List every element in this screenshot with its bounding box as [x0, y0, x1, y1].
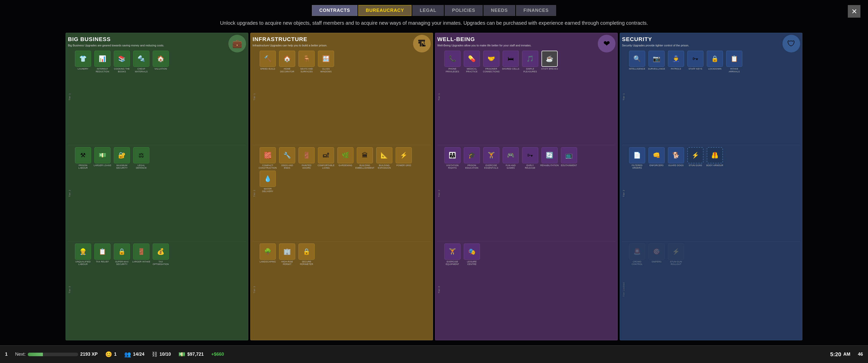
upgrade-tax-optimisation[interactable]: 💰 TAX OPTIMISATION: [152, 243, 170, 266]
stun-guns-icon: ⚡: [687, 147, 704, 163]
upgrade-power-grid[interactable]: ⚡ POWER GRID: [395, 147, 413, 169]
upgrade-maximum-security[interactable]: 🔐 MAXIMUM SECURITY: [113, 147, 131, 169]
upgrade-cooking-books[interactable]: 📚 COOKING THE BOOKS: [113, 51, 131, 73]
panel-big-business-title: BIG BUSINESS: [68, 36, 164, 43]
xp-display: Next: 2193 XP: [15, 352, 98, 357]
high-rise-label: HIGH-RISE PERMIT: [278, 260, 296, 266]
upgrade-water-delivery[interactable]: 💧 WATER DELIVERY: [259, 171, 277, 193]
tier3-items: 👷 UNQUALIFIED LABOUR 📋 TAX RELIEF 🔒 SUPE…: [74, 243, 170, 335]
seats-surfaces-icon: 🪑: [299, 51, 315, 67]
visitation-rights-label: VISITATION RIGHTS: [443, 164, 462, 169]
upgrade-surveillance[interactable]: 📷 SURVEILLANCE: [648, 51, 665, 73]
tax-opt-label: TAX OPTIMISATION: [152, 260, 170, 266]
upgrade-building-expansion[interactable]: 📐 BUILDING EXPANSION: [375, 147, 393, 169]
upgrade-leisure-centre[interactable]: 🎭 LEISURE CENTRE: [463, 243, 481, 266]
tab-policies[interactable]: POLICIES: [444, 5, 483, 16]
body-armour-label: BODY ARMOUR: [707, 164, 723, 167]
shared-cells-icon: 🛏: [503, 51, 519, 67]
tab-needs[interactable]: NEEDS: [484, 5, 515, 16]
upgrade-glass-windows[interactable]: 🪟 GLASS WINDOWS: [317, 51, 335, 73]
upgrade-tax-relief[interactable]: 📋 TAX RELIEF: [93, 243, 112, 266]
security-content: Tier 1 🔍 INTELLIGENCE 📷 SURVEILLANCE 👮 P…: [622, 49, 800, 337]
upgrade-compact-construction[interactable]: 🧱 COMPACT CONSTRUCTION: [259, 147, 277, 169]
upgrade-lockdown[interactable]: 🔒 LOCKDOWN: [706, 51, 724, 73]
panel-well-being: WELL-BEING Well-Being Upgrades allow you…: [435, 33, 618, 340]
upgrade-prisoner-connections[interactable]: 🤝 PRISONER CONNECTIONS: [482, 51, 500, 73]
upgrade-simple-pleasures[interactable]: 🎵 SIMPLE PLEASURES: [521, 51, 539, 73]
upgrade-larger-intake[interactable]: 🚪 LARGER INTAKE: [132, 243, 150, 266]
infra-sep1: [253, 145, 431, 145]
upgrade-edutainment[interactable]: 📺 EDUTAINMENT: [560, 147, 578, 169]
upgrade-exercise-equipment[interactable]: 🏋 EXERCISE EQUIPMENT: [443, 243, 462, 266]
upgrade-valuation[interactable]: 🏠 VALUATION: [152, 51, 170, 73]
upgrade-rehabilitation[interactable]: 🔄 REHABILITATION: [540, 147, 559, 169]
upgrade-high-rise-permit[interactable]: 🏢 HIGH-RISE PERMIT: [278, 243, 296, 266]
upgrade-guard-dogs[interactable]: 🐕 GUARD DOGS: [667, 147, 685, 169]
tab-bureaucracy[interactable]: BUREAUCRACY: [358, 5, 411, 16]
upgrade-patrols[interactable]: 👮 PATROLS: [667, 51, 685, 73]
upgrade-odds-ends[interactable]: 🔧 ODDS AND ENDS: [278, 147, 296, 169]
upgrade-speed-build[interactable]: 🔨 SPEED BUILD: [259, 51, 277, 73]
prisoner-connections-label: PRISONER CONNECTIONS: [482, 68, 500, 73]
upgrade-interest-reduction[interactable]: 📊 INTEREST REDUCTION: [93, 51, 112, 73]
prisoner-icon: ⛓: [152, 351, 157, 358]
upgrade-intake-arrivals[interactable]: 📋 INTAKE ARRIVALS: [725, 51, 743, 73]
upgrade-cheap-materials[interactable]: 🔩 CHEAP MATERIALS: [132, 51, 150, 73]
building-embellishment-icon: 🏛: [357, 147, 373, 163]
painted-doors-icon: 🚪: [299, 147, 315, 163]
tab-legal[interactable]: LEGAL: [412, 5, 443, 16]
upgrade-fun-games[interactable]: 🎮 FUN AND GAMES: [502, 147, 520, 169]
water-delivery-icon: 💧: [260, 171, 276, 187]
upgrade-prison-labour[interactable]: ⚒ PRISON LABOUR: [74, 147, 92, 169]
upgrade-phone-privileges[interactable]: 📞 PHONE PRIVILEGES: [443, 51, 462, 73]
upgrade-staff-breaks[interactable]: ☕ STAFF BREAKS: [540, 51, 559, 73]
upgrade-crowd-control[interactable]: 🚨 CROWD CONTROL: [628, 243, 646, 266]
next-label: Next:: [15, 352, 26, 357]
upgrade-legal-defence[interactable]: ⚖ LEGAL DEFENCE: [132, 147, 150, 169]
high-rise-icon: 🏢: [279, 243, 295, 260]
upgrade-medical-practice[interactable]: 💊 MEDICAL PRACTICE: [463, 51, 481, 73]
painted-doors-label: PAINTED DOORS: [298, 164, 316, 169]
tab-contracts[interactable]: CONTRACTS: [312, 5, 357, 16]
fun-games-icon: 🎮: [503, 147, 519, 163]
upgrade-prison-education[interactable]: 🎓 PRISON EDUCATION: [463, 147, 481, 169]
wb-tier1: Tier 1 📞 PHONE PRIVILEGES 💊 MEDICAL PRAC…: [437, 49, 615, 144]
upgrade-gardening[interactable]: 🌿 GARDENING: [336, 147, 354, 169]
upgrade-stun-guns[interactable]: ⚡ STUN GUNS: [686, 147, 705, 169]
upgrade-home-decorator[interactable]: 🏠 HOME DECORATOR: [278, 51, 296, 73]
speed-build-icon: 🔨: [260, 51, 276, 67]
upgrade-stun-gun-rollout[interactable]: ⚡ STUN-GUN ROLLOUT: [667, 243, 685, 266]
upgrade-body-armour[interactable]: 🦺 BODY ARMOUR: [706, 147, 724, 169]
seats-surfaces-label: SEATS AND SURFACES: [298, 68, 316, 73]
upgrade-snipers[interactable]: 🎯 SNIPERS: [648, 243, 665, 266]
happiness-display: 😊 1: [105, 351, 117, 358]
upgrade-shared-cells[interactable]: 🛏 SHARED CELLS: [502, 51, 520, 73]
panel-infrastructure: INFRASTRUCTURE Infrastructure Upgrades c…: [250, 33, 433, 340]
upgrade-filtered-orders[interactable]: 📄 FILTERED ORDERS: [628, 147, 646, 169]
ampm-value: AM: [843, 352, 850, 357]
upgrade-painted-doors[interactable]: 🚪 PAINTED DOORS: [298, 147, 316, 169]
upgrade-unqualified-labour[interactable]: 👷 UNQUALIFIED LABOUR: [74, 243, 92, 266]
upgrade-exercise-essentials[interactable]: 🏋 EXERCISE ESSENTIALS: [482, 147, 500, 169]
tab-finances[interactable]: FINANCES: [516, 5, 556, 16]
sep2: [68, 241, 246, 241]
upgrade-super-max-security[interactable]: 🔒 SUPER-MAX SECURITY: [113, 243, 131, 266]
upgrade-visitation-rights[interactable]: 👨‍👩‍👧 VISITATION RIGHTS: [443, 147, 462, 169]
upgrade-building-embellishment[interactable]: 🏛 BUILDING EMBELLISHMENT: [356, 147, 374, 169]
sec-tier1: Tier 1 🔍 INTELLIGENCE 📷 SURVEILLANCE 👮 P…: [622, 49, 800, 144]
money-display: 💵 $97,721: [178, 351, 204, 358]
upgrade-seats-surfaces[interactable]: 🪑 SEATS AND SURFACES: [298, 51, 316, 73]
close-button[interactable]: ✕: [848, 5, 861, 18]
upgrade-staff-keys[interactable]: 🗝 STAFF KEYS: [686, 51, 705, 73]
upgrade-secure-perimeter[interactable]: 🔒 SECURE PERIMETER: [298, 243, 316, 266]
upgrade-intelligence[interactable]: 🔍 INTELLIGENCE: [628, 51, 646, 73]
wb-tier2-label: Tier 2: [438, 147, 442, 239]
infra-tier3: Tier 3 🌳 LANDSCAPING 🏢 HIGH-RISE PERMIT …: [253, 242, 431, 337]
upgrade-landscaping[interactable]: 🌳 LANDSCAPING: [259, 243, 277, 266]
upgrade-larger-loans[interactable]: 💵 LARGER LOANS: [93, 147, 112, 169]
upgrade-laundry[interactable]: 👕 LAUNDRY: [74, 51, 92, 73]
upgrade-early-release[interactable]: 🗝 EARLY RELEASE: [521, 147, 539, 169]
building-expansion-label: BUILDING EXPANSION: [375, 164, 393, 169]
upgrade-enforcers[interactable]: 👊 ENFORCERS: [648, 147, 665, 169]
upgrade-comfortable-living[interactable]: 🛋 COMFORTABLE LIVING: [317, 147, 335, 169]
